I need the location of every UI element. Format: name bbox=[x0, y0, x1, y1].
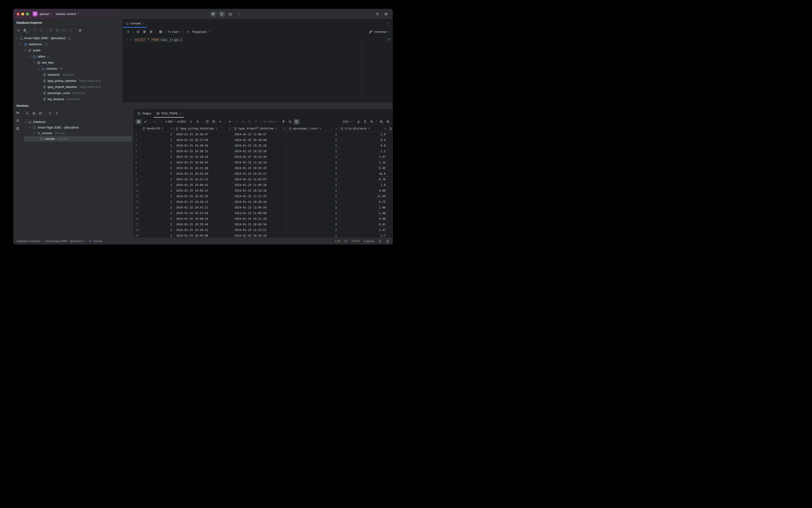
cell-rate[interactable] bbox=[388, 160, 393, 165]
cell-dropoff-datetime[interactable]: 2024-01-25 10:42:27 bbox=[232, 171, 287, 176]
tree-item-table[interactable]: taxi_trips bbox=[13, 59, 123, 66]
table-row[interactable]: 9 2 2024-01-25 10:57:31 2024-01-25 11:03… bbox=[134, 177, 393, 182]
refresh-button[interactable] bbox=[32, 28, 38, 33]
table-row[interactable]: 17 2 2024-01-25 10:39:40 2024-01-25 10:4… bbox=[134, 222, 393, 227]
code-editor[interactable]: 1 SELECT * FROM taxi_trips; bbox=[123, 36, 393, 102]
cell-passenger-count[interactable]: 1 bbox=[287, 182, 339, 187]
cell-trip-distance[interactable]: 0.43 bbox=[339, 222, 388, 227]
cell-rate[interactable] bbox=[388, 205, 393, 210]
tree-item-column[interactable]: passenger_count BIGINT(19) bbox=[13, 90, 123, 96]
in-editor-results-button[interactable] bbox=[157, 29, 164, 35]
cell-passenger-count[interactable]: 1 bbox=[287, 188, 339, 193]
cell-passenger-count[interactable]: 2 bbox=[287, 227, 339, 232]
vcs-widget[interactable]: Version control bbox=[55, 12, 78, 16]
cell-trip-distance[interactable]: 1.7 bbox=[339, 233, 388, 237]
cell-vendor-id[interactable]: 2 bbox=[141, 160, 174, 165]
cell-pickup-datetime[interactable]: 2024-01-25 10:30:56 bbox=[174, 143, 232, 148]
table-row[interactable]: 14 2 2024-01-25 10:47:21 2024-01-25 11:0… bbox=[134, 205, 393, 210]
cell-passenger-count[interactable]: 1 bbox=[287, 194, 339, 199]
service-item-database[interactable]: Database bbox=[22, 119, 133, 125]
cell-rate[interactable] bbox=[388, 132, 393, 137]
cell-dropoff-datetime[interactable]: 2024-01-25 10:21:26 bbox=[232, 216, 287, 221]
minimize-window-button[interactable] bbox=[21, 13, 24, 15]
table-row[interactable]: 5 2 2024-01-25 10:10:24 2024-01-25 10:23… bbox=[134, 154, 393, 160]
run-query-button[interactable] bbox=[125, 29, 131, 35]
more-button[interactable] bbox=[236, 11, 242, 17]
editor-options-button[interactable] bbox=[385, 20, 391, 26]
sort-toggle[interactable]: ⇅ bbox=[229, 127, 231, 130]
cell-trip-distance[interactable]: 9.49 bbox=[339, 165, 388, 171]
cell-pickup-datetime[interactable]: 2024-01-25 10:58:45 bbox=[174, 160, 232, 165]
cell-vendor-id[interactable]: 1 bbox=[141, 149, 174, 154]
tx-strip-button[interactable]: Tx bbox=[16, 112, 19, 114]
cell-rate[interactable] bbox=[388, 154, 393, 160]
breadcrumb-datasource[interactable]: Arrow Flight JDBC - @localhost bbox=[45, 240, 84, 243]
filter-icon[interactable] bbox=[275, 127, 277, 130]
next-page-button[interactable] bbox=[188, 119, 194, 125]
row-number[interactable]: 5 bbox=[134, 154, 141, 160]
cell-dropoff-datetime[interactable]: 2024-01-25 10:26:08 bbox=[232, 137, 287, 142]
cell-passenger-count[interactable]: 1 bbox=[287, 199, 339, 205]
cell-rate[interactable] bbox=[388, 222, 393, 227]
line-separator-widget[interactable]: LF bbox=[344, 240, 347, 243]
cell-trip-distance[interactable]: 2.9 bbox=[339, 132, 388, 137]
compare-data-button[interactable] bbox=[368, 119, 374, 125]
cell-trip-distance[interactable]: 0.68 bbox=[339, 188, 388, 193]
column-header-passenger-count[interactable]: passenger_count ⇅ bbox=[287, 126, 339, 131]
cell-pickup-datetime[interactable]: 2024-01-25 10:28:12 bbox=[174, 199, 232, 205]
row-number[interactable]: 10 bbox=[134, 182, 141, 187]
open-console-button[interactable] bbox=[37, 111, 43, 116]
cell-rate[interactable] bbox=[388, 210, 393, 216]
row-number[interactable]: 12 bbox=[134, 194, 141, 199]
filter-icon[interactable] bbox=[368, 127, 370, 130]
cell-pickup-datetime[interactable]: 2024-01-25 10:55:35 bbox=[174, 194, 232, 199]
cell-rate[interactable] bbox=[388, 188, 393, 193]
schema-selector[interactable]: <schema> bbox=[369, 30, 390, 34]
cell-passenger-count[interactable]: 1 bbox=[287, 210, 339, 216]
cell-pickup-datetime[interactable]: 2024-01-25 10:03:50 bbox=[174, 171, 232, 176]
table-row[interactable]: 12 2 2024-01-25 10:55:35 2024-01-25 11:2… bbox=[134, 194, 393, 199]
column-header-trip-distance[interactable]: trip_distance ⇅ bbox=[339, 126, 388, 131]
cell-rate[interactable] bbox=[388, 194, 393, 199]
cell-rate[interactable] bbox=[388, 233, 393, 237]
cell-pickup-datetime[interactable]: 2024-01-25 10:57:31 bbox=[174, 177, 232, 182]
cell-dropoff-datetime[interactable]: 2024-01-25 11:00:08 bbox=[232, 210, 287, 216]
cell-vendor-id[interactable]: 1 bbox=[141, 137, 174, 142]
cell-trip-distance[interactable]: 0.98 bbox=[339, 216, 388, 221]
add-datasource-button[interactable] bbox=[15, 28, 21, 33]
cell-pickup-datetime[interactable]: 2024-01-25 10:38:32 bbox=[174, 149, 232, 154]
cell-rate[interactable] bbox=[388, 171, 393, 176]
filter-icon[interactable] bbox=[319, 127, 322, 130]
cell-vendor-id[interactable]: 2 bbox=[141, 154, 174, 160]
cell-vendor-id[interactable]: 2 bbox=[141, 165, 174, 171]
export-format-selector[interactable]: CSV bbox=[343, 120, 351, 123]
jump-to-console-icon[interactable] bbox=[67, 28, 73, 33]
stop-strip-button[interactable] bbox=[16, 119, 19, 122]
cell-trip-distance[interactable]: 18.6 bbox=[339, 171, 388, 176]
caret-position-widget[interactable]: 1:26 bbox=[335, 240, 340, 243]
cell-vendor-id[interactable]: 2 bbox=[141, 222, 174, 227]
table-row[interactable]: 7 2 2024-01-25 10:31:28 2024-01-25 10:55… bbox=[134, 165, 393, 171]
table-row[interactable]: 2 1 2024-01-25 10:23:50 2024-01-25 10:26… bbox=[134, 137, 393, 143]
cell-rate[interactable] bbox=[388, 199, 393, 205]
cell-dropoff-datetime[interactable]: 2024-01-25 10:35:28 bbox=[232, 143, 287, 148]
cell-pickup-datetime[interactable]: 2024-01-25 10:31:28 bbox=[174, 165, 232, 171]
cell-vendor-id[interactable]: 2 bbox=[141, 199, 174, 205]
tree-item-datasource[interactable]: Arrow Flight JDBC - @localhost 1 bbox=[13, 35, 123, 41]
row-number[interactable]: 7 bbox=[134, 165, 141, 171]
cell-rate[interactable] bbox=[388, 177, 393, 182]
chevron-down-icon[interactable] bbox=[25, 121, 26, 122]
sort-toggle[interactable]: ⇅ bbox=[284, 127, 285, 130]
find-button[interactable] bbox=[287, 119, 293, 125]
cell-vendor-id[interactable]: 2 bbox=[141, 171, 174, 176]
chevron-down-icon[interactable] bbox=[38, 67, 40, 69]
close-icon[interactable] bbox=[142, 22, 145, 25]
cell-dropoff-datetime[interactable]: 2024-01-25 11:27:25 bbox=[232, 194, 287, 199]
session-selector[interactable]: Playground bbox=[192, 30, 209, 34]
tree-item-column[interactable]: tpep_dropoff_datetime TIMESTAMP(26,6) bbox=[13, 84, 123, 90]
row-number[interactable]: 16 bbox=[134, 216, 141, 221]
cell-passenger-count[interactable]: 1 bbox=[287, 154, 339, 160]
readonly-lock-widget[interactable] bbox=[378, 240, 382, 243]
ddl-button[interactable]: DDL bbox=[61, 28, 67, 33]
cell-pickup-datetime[interactable]: 2024-01-25 10:05:23 bbox=[174, 188, 232, 193]
